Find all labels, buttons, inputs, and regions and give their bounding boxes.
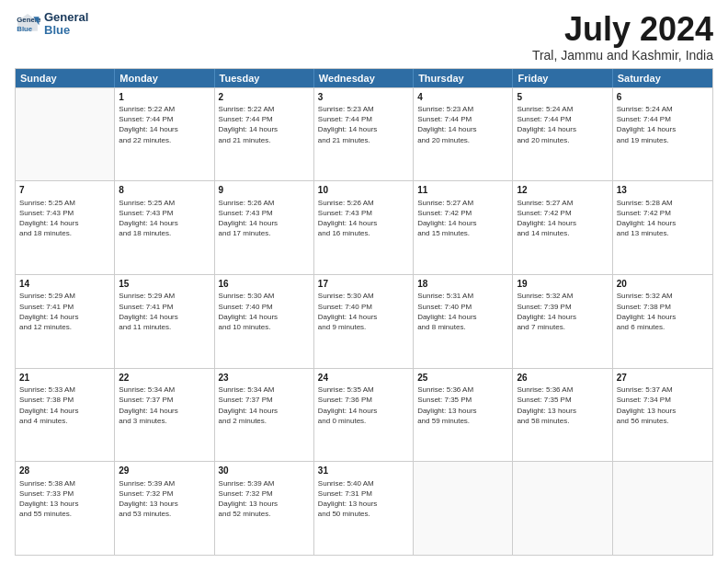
empty-cell — [414, 462, 513, 555]
day-cell-31: 31Sunrise: 5:40 AM Sunset: 7:31 PM Dayli… — [314, 462, 414, 555]
calendar-row-2: 7Sunrise: 5:25 AM Sunset: 7:43 PM Daylig… — [16, 180, 712, 274]
day-info: Sunrise: 5:32 AM Sunset: 7:39 PM Dayligh… — [517, 291, 608, 332]
day-number: 10 — [318, 184, 409, 197]
day-number: 29 — [119, 465, 210, 477]
day-info: Sunrise: 5:29 AM Sunset: 7:41 PM Dayligh… — [119, 291, 210, 332]
day-info: Sunrise: 5:30 AM Sunset: 7:40 PM Dayligh… — [219, 291, 310, 332]
day-info: Sunrise: 5:27 AM Sunset: 7:42 PM Dayligh… — [517, 198, 608, 239]
day-info: Sunrise: 5:29 AM Sunset: 7:41 PM Dayligh… — [19, 291, 110, 332]
day-info: Sunrise: 5:38 AM Sunset: 7:33 PM Dayligh… — [19, 478, 110, 520]
day-info: Sunrise: 5:27 AM Sunset: 7:42 PM Dayligh… — [417, 198, 508, 239]
day-cell-24: 24Sunrise: 5:35 AM Sunset: 7:36 PM Dayli… — [314, 369, 414, 462]
calendar-weekday-wednesday: Wednesday — [314, 69, 414, 87]
logo-icon: General Blue — [15, 11, 40, 37]
day-info: Sunrise: 5:37 AM Sunset: 7:34 PM Dayligh… — [617, 385, 709, 426]
day-number: 16 — [219, 278, 310, 291]
day-info: Sunrise: 5:32 AM Sunset: 7:38 PM Dayligh… — [617, 291, 709, 332]
day-cell-1: 1Sunrise: 5:22 AM Sunset: 7:44 PM Daylig… — [115, 88, 214, 181]
day-info: Sunrise: 5:23 AM Sunset: 7:44 PM Dayligh… — [417, 104, 508, 145]
calendar-row-4: 21Sunrise: 5:33 AM Sunset: 7:38 PM Dayli… — [16, 368, 712, 462]
day-cell-22: 22Sunrise: 5:34 AM Sunset: 7:37 PM Dayli… — [115, 369, 214, 462]
day-number: 1 — [119, 91, 210, 104]
day-info: Sunrise: 5:30 AM Sunset: 7:40 PM Dayligh… — [318, 291, 409, 332]
day-info: Sunrise: 5:33 AM Sunset: 7:38 PM Dayligh… — [19, 385, 110, 426]
day-cell-15: 15Sunrise: 5:29 AM Sunset: 7:41 PM Dayli… — [115, 275, 214, 368]
calendar-row-3: 14Sunrise: 5:29 AM Sunset: 7:41 PM Dayli… — [16, 274, 712, 368]
day-info: Sunrise: 5:25 AM Sunset: 7:43 PM Dayligh… — [19, 198, 110, 239]
day-cell-19: 19Sunrise: 5:32 AM Sunset: 7:39 PM Dayli… — [513, 275, 612, 368]
page: General Blue General Blue July 2024 Tral… — [0, 0, 728, 563]
subtitle: Tral, Jammu and Kashmir, India — [532, 48, 713, 63]
calendar-weekday-monday: Monday — [115, 69, 214, 87]
day-number: 12 — [517, 184, 608, 197]
day-info: Sunrise: 5:24 AM Sunset: 7:44 PM Dayligh… — [617, 104, 709, 145]
calendar-body: 1Sunrise: 5:22 AM Sunset: 7:44 PM Daylig… — [16, 87, 712, 555]
title-block: July 2024 Tral, Jammu and Kashmir, India — [532, 11, 713, 63]
day-cell-25: 25Sunrise: 5:36 AM Sunset: 7:35 PM Dayli… — [414, 369, 513, 462]
day-info: Sunrise: 5:23 AM Sunset: 7:44 PM Dayligh… — [318, 104, 409, 145]
day-cell-2: 2Sunrise: 5:22 AM Sunset: 7:44 PM Daylig… — [215, 88, 314, 181]
calendar-header: SundayMondayTuesdayWednesdayThursdayFrid… — [16, 69, 712, 87]
calendar-weekday-friday: Friday — [513, 69, 612, 87]
day-cell-20: 20Sunrise: 5:32 AM Sunset: 7:38 PM Dayli… — [613, 275, 712, 368]
day-number: 15 — [119, 278, 210, 291]
day-number: 20 — [617, 278, 709, 291]
day-cell-3: 3Sunrise: 5:23 AM Sunset: 7:44 PM Daylig… — [314, 88, 414, 181]
day-info: Sunrise: 5:28 AM Sunset: 7:42 PM Dayligh… — [617, 198, 709, 239]
day-info: Sunrise: 5:36 AM Sunset: 7:35 PM Dayligh… — [417, 385, 508, 426]
day-info: Sunrise: 5:35 AM Sunset: 7:36 PM Dayligh… — [318, 385, 409, 426]
calendar: SundayMondayTuesdayWednesdayThursdayFrid… — [15, 68, 713, 556]
day-cell-7: 7Sunrise: 5:25 AM Sunset: 7:43 PM Daylig… — [16, 181, 115, 274]
day-number: 26 — [517, 372, 608, 385]
day-cell-13: 13Sunrise: 5:28 AM Sunset: 7:42 PM Dayli… — [613, 181, 712, 274]
day-number: 18 — [417, 278, 508, 291]
day-number: 21 — [19, 372, 110, 385]
logo: General Blue General Blue — [15, 11, 88, 38]
day-number: 23 — [219, 372, 310, 385]
day-cell-17: 17Sunrise: 5:30 AM Sunset: 7:40 PM Dayli… — [314, 275, 414, 368]
day-cell-11: 11Sunrise: 5:27 AM Sunset: 7:42 PM Dayli… — [414, 181, 513, 274]
day-info: Sunrise: 5:34 AM Sunset: 7:37 PM Dayligh… — [119, 385, 210, 426]
calendar-row-5: 28Sunrise: 5:38 AM Sunset: 7:33 PM Dayli… — [16, 461, 712, 555]
calendar-weekday-saturday: Saturday — [613, 69, 712, 87]
day-number: 14 — [19, 278, 110, 291]
day-cell-29: 29Sunrise: 5:39 AM Sunset: 7:32 PM Dayli… — [115, 462, 214, 555]
day-number: 13 — [617, 184, 709, 197]
day-number: 11 — [417, 184, 508, 197]
day-info: Sunrise: 5:39 AM Sunset: 7:32 PM Dayligh… — [219, 478, 310, 520]
day-info: Sunrise: 5:24 AM Sunset: 7:44 PM Dayligh… — [517, 104, 608, 145]
calendar-weekday-thursday: Thursday — [414, 69, 513, 87]
day-cell-30: 30Sunrise: 5:39 AM Sunset: 7:32 PM Dayli… — [215, 462, 314, 555]
day-number: 19 — [517, 278, 608, 291]
day-number: 3 — [318, 91, 409, 104]
day-cell-27: 27Sunrise: 5:37 AM Sunset: 7:34 PM Dayli… — [613, 369, 712, 462]
day-number: 22 — [119, 372, 210, 385]
day-number: 5 — [517, 91, 608, 104]
day-cell-18: 18Sunrise: 5:31 AM Sunset: 7:40 PM Dayli… — [414, 275, 513, 368]
main-title: July 2024 — [532, 11, 713, 48]
calendar-weekday-tuesday: Tuesday — [215, 69, 314, 87]
day-info: Sunrise: 5:25 AM Sunset: 7:43 PM Dayligh… — [119, 198, 210, 239]
day-cell-12: 12Sunrise: 5:27 AM Sunset: 7:42 PM Dayli… — [513, 181, 612, 274]
day-number: 24 — [318, 372, 409, 385]
day-info: Sunrise: 5:22 AM Sunset: 7:44 PM Dayligh… — [119, 104, 210, 145]
day-cell-4: 4Sunrise: 5:23 AM Sunset: 7:44 PM Daylig… — [414, 88, 513, 181]
day-number: 17 — [318, 278, 409, 291]
day-cell-6: 6Sunrise: 5:24 AM Sunset: 7:44 PM Daylig… — [613, 88, 712, 181]
day-info: Sunrise: 5:26 AM Sunset: 7:43 PM Dayligh… — [219, 198, 310, 239]
day-number: 31 — [318, 465, 409, 477]
calendar-weekday-sunday: Sunday — [16, 69, 115, 87]
empty-cell — [613, 462, 712, 555]
empty-cell — [16, 88, 115, 181]
day-cell-16: 16Sunrise: 5:30 AM Sunset: 7:40 PM Dayli… — [215, 275, 314, 368]
day-number: 9 — [219, 184, 310, 197]
day-info: Sunrise: 5:39 AM Sunset: 7:32 PM Dayligh… — [119, 478, 210, 520]
logo-text: General Blue — [44, 11, 88, 38]
svg-text:Blue: Blue — [17, 25, 33, 33]
day-number: 4 — [417, 91, 508, 104]
day-cell-14: 14Sunrise: 5:29 AM Sunset: 7:41 PM Dayli… — [16, 275, 115, 368]
header: General Blue General Blue July 2024 Tral… — [15, 11, 713, 63]
day-cell-10: 10Sunrise: 5:26 AM Sunset: 7:43 PM Dayli… — [314, 181, 414, 274]
day-info: Sunrise: 5:34 AM Sunset: 7:37 PM Dayligh… — [219, 385, 310, 426]
day-number: 25 — [417, 372, 508, 385]
